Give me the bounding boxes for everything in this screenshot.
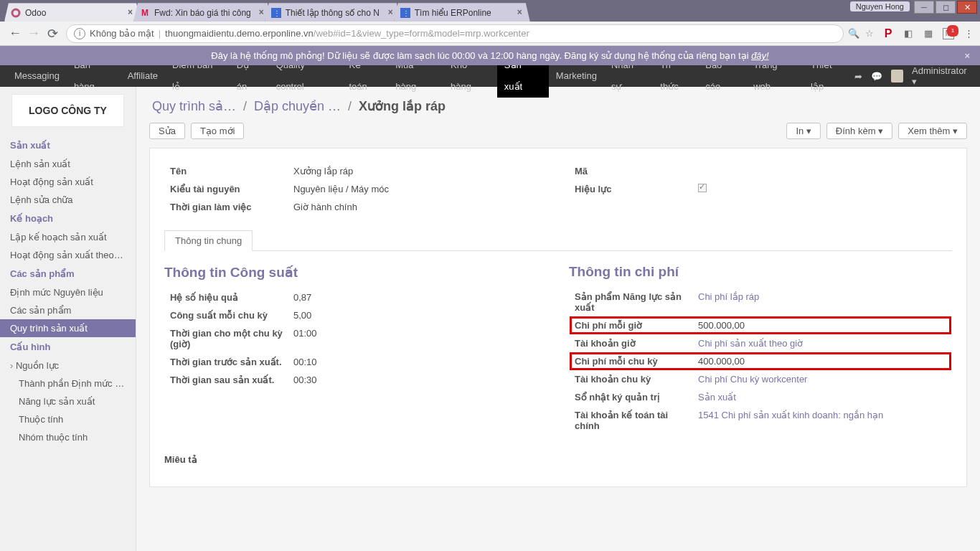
sidebar: LOGO CÔNG TY Sản xuất Lệnh sản xuất Hoạt… [0,87,136,551]
browser-chrome: Odoo × M Fwd: Xin báo giá thi công × ⋮⋮ … [0,0,980,22]
browser-tab[interactable]: ⋮⋮ Thiết lập thông số cho N × [265,3,401,22]
attach-button[interactable]: Đính kèm ▾ [826,123,892,139]
demo-banner: Đây là hệ thống mô phỏng! Dữ liệu sẽ đượ… [0,46,980,65]
close-window-button[interactable]: ✕ [957,1,977,14]
tab-title: Odoo [25,8,46,18]
banner-text: Đây là hệ thống mô phỏng! Dữ liệu sẽ đượ… [211,50,751,61]
sidebar-item[interactable]: Lệnh sản xuất [0,155,136,173]
close-icon[interactable]: × [128,7,133,17]
field-value-highlighted: 400.000,00 [694,353,951,369]
mail-icon[interactable]: M1 [943,28,954,39]
field-value: 0,87 [289,289,546,306]
checkbox-checked [698,184,707,192]
close-icon[interactable]: × [964,50,970,61]
create-button[interactable]: Tạo mới [191,123,245,139]
field-label: Tài khoản kế toán tài chính [570,407,692,434]
browser-tab[interactable]: M Fwd: Xin báo giá thi công × [133,3,272,22]
breadcrumb-current: Xưởng lắp ráp [359,98,446,114]
field-value [694,181,951,197]
sidebar-item-selected[interactable]: Quy trình sản xuất [0,319,136,337]
maximize-button[interactable]: ◻ [936,1,956,14]
field-link[interactable]: Sản xuất [694,389,951,405]
share-icon[interactable]: ➦ [854,71,862,82]
sidebar-subitem[interactable]: Thành phần Định mức ngu… [0,375,136,392]
avatar[interactable] [891,70,904,83]
close-icon[interactable]: × [388,7,393,17]
search-icon[interactable]: 🔍 [848,28,859,39]
forward-button[interactable]: → [24,24,43,43]
chat-icon[interactable]: 💬 [871,71,882,82]
nav-messaging[interactable]: Messaging [7,65,67,87]
form-tabs: Thông tin chung [164,230,952,251]
banner-link[interactable]: đây! [751,50,769,61]
svg-text:⋮⋮: ⋮⋮ [402,9,410,17]
erp-icon: ⋮⋮ [400,8,410,18]
gmail-icon: M [140,8,150,18]
field-label: Sổ nhật ký quản trị [570,389,692,405]
menu-icon[interactable]: ⋮ [963,28,974,39]
sidebar-item-expandable[interactable]: Nguồn lực [0,357,136,375]
field-value: Nguyên liệu / Máy móc [289,181,546,197]
field-link[interactable]: Chi phí sản xuất theo giờ [694,335,951,352]
sidebar-subitem[interactable]: Năng lực sản xuất [0,392,136,410]
section-title: Thông tin chi phí [569,264,952,280]
sidebar-item[interactable]: Các sản phẩm [0,301,136,319]
field-label: Tên [166,163,288,179]
sidebar-subitem[interactable]: Thuộc tính [0,410,136,428]
tab-strip: Odoo × M Fwd: Xin báo giá thi công × ⋮⋮ … [0,0,523,22]
more-button[interactable]: Xem thêm ▾ [898,123,967,139]
field-value: 5,00 [289,307,546,324]
reload-button[interactable]: ⟳ [43,24,62,43]
svg-text:⋮⋮: ⋮⋮ [273,9,281,17]
star-icon[interactable]: ☆ [865,28,874,39]
main-content: Quy trình sả… / Dập chuyền … / Xưởng lắp… [136,87,980,551]
nav-affiliate[interactable]: Affiliate [121,65,165,87]
field-label: Tài khoản giờ [570,335,692,352]
tab-general[interactable]: Thông tin chung [164,230,253,251]
description-label: Miêu tả [164,454,952,465]
user-menu[interactable]: Administrator ▾ [912,65,973,87]
field-link[interactable]: 1541 Chi phí sản xuất kinh doanh: ngắn h… [694,407,951,434]
field-link[interactable]: Chi phí lắp ráp [694,288,951,316]
browser-tab[interactable]: Odoo × [4,3,141,22]
chrome-user-badge[interactable]: Nguyen Hong [850,1,910,11]
breadcrumb-link[interactable]: Quy trình sả… [152,98,236,114]
tab-title: Fwd: Xin báo giá thi công [154,8,251,18]
edit-button[interactable]: Sửa [149,123,185,139]
field-label: Thời gian trước sản xuất. [166,354,288,370]
close-icon[interactable]: × [259,7,264,17]
close-icon[interactable]: × [517,7,522,17]
sidebar-item[interactable]: Hoạt động sản xuất [0,173,136,191]
topnav: Messaging Bán hàng Affiliate Điểm bán lẻ… [0,65,980,87]
omnibox[interactable]: i Không bảo mật | thuongmaidientu.demo.e… [66,24,844,43]
browser-tab[interactable]: ⋮⋮ Tìm hiểu ERPonline × [394,3,530,22]
field-label: Tài khoản chu kỳ [570,371,692,387]
field-value: Giờ hành chính [289,199,546,215]
back-button[interactable]: ← [6,24,24,43]
grid-icon[interactable]: ▦ [923,28,934,39]
breadcrumb-link[interactable]: Dập chuyền … [254,98,341,114]
sidebar-item[interactable]: Lập kế hoạch sản xuất [0,228,136,246]
field-label: Chi phí mỗi giờ [570,317,692,334]
tab-title: Tìm hiểu ERPonline [415,8,491,18]
field-label: Sản phẩm Năng lực sản xuất [570,288,692,316]
address-bar: ← → ⟳ i Không bảo mật | thuongmaidientu.… [0,22,980,46]
odoo-icon [11,8,21,18]
field-link[interactable]: Chi phí Chu kỳ workcenter [694,371,951,387]
pinterest-icon[interactable]: P [882,28,894,39]
field-value: 00:10 [289,354,546,370]
sidebar-item[interactable]: Lệnh sửa chữa [0,191,136,209]
field-label: Thời gian sau sản xuất. [166,372,288,388]
apps-icon[interactable]: ◧ [903,28,914,39]
field-value-highlighted: 500.000,00 [694,317,951,334]
minimize-button[interactable]: ─ [914,1,934,14]
sidebar-item[interactable]: Định mức Nguyên liệu [0,283,136,301]
sidebar-subitem[interactable]: Nhóm thuộc tính [0,428,136,446]
svg-point-0 [12,9,19,17]
sidebar-item[interactable]: Hoạt động sản xuất theo N… [0,246,136,264]
breadcrumb: Quy trình sả… / Dập chuyền … / Xưởng lắp… [149,87,967,120]
print-button[interactable]: In ▾ [786,123,820,139]
site-info-icon[interactable]: i [74,28,85,39]
security-label: Không bảo mật [90,28,154,39]
nav-marketing[interactable]: Marketing [549,65,604,87]
